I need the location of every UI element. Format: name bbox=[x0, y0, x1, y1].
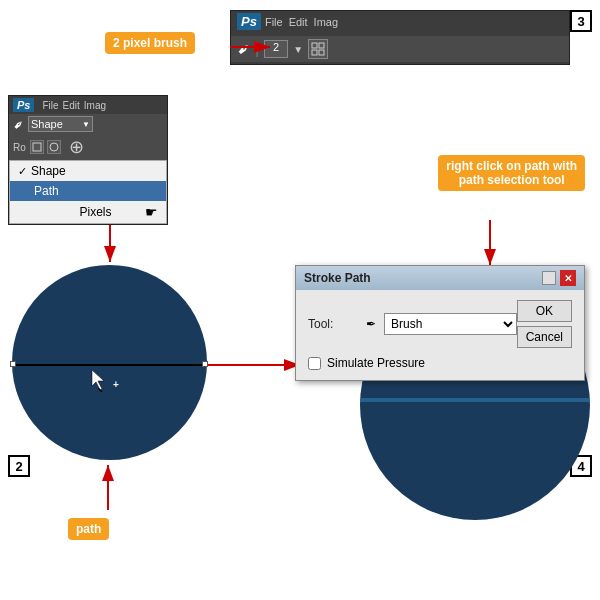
cursor-icon: ☛ bbox=[145, 204, 158, 220]
right-click-annotation: right click on path with path selection … bbox=[438, 155, 585, 191]
svg-rect-2 bbox=[312, 50, 317, 55]
ps-toolbar-titlebar: Ps File Edit Imag bbox=[231, 11, 569, 32]
path-handle-right bbox=[202, 361, 208, 367]
ps-mini-options-bar: ✒ Shape ▼ bbox=[9, 114, 167, 134]
ps-logo-top: Ps bbox=[237, 13, 261, 30]
stroke-path-dialog[interactable]: Stroke Path ✕ Tool: ✒ Brush OK Cancel Si… bbox=[295, 265, 585, 381]
plus-cursor-icon: ⊕ bbox=[69, 136, 84, 158]
svg-rect-3 bbox=[319, 50, 324, 55]
svg-rect-1 bbox=[319, 43, 324, 48]
shape-dropdown-menu: Shape Path Pixels ☛ bbox=[9, 160, 167, 224]
dialog-body: Tool: ✒ Brush OK Cancel Simulate Pressur… bbox=[296, 290, 584, 380]
mini-icon-1[interactable] bbox=[30, 140, 44, 154]
brush-size-input[interactable]: 2 bbox=[264, 40, 288, 58]
shape-dropdown[interactable]: Shape ▼ bbox=[28, 116, 93, 132]
step-3-badge: 3 bbox=[570, 10, 592, 32]
pen-tool-icon[interactable]: ✒ bbox=[9, 115, 27, 133]
cursor-plus: + bbox=[113, 379, 119, 390]
svg-point-13 bbox=[50, 143, 58, 151]
ps-file-menu[interactable]: File bbox=[265, 16, 283, 28]
menu-item-shape[interactable]: Shape bbox=[10, 161, 166, 181]
brush-tool-icon[interactable]: ✒ bbox=[232, 38, 255, 61]
step-4-label: 4 bbox=[577, 459, 584, 474]
dialog-tool-inner-row: Tool: ✒ Brush bbox=[308, 313, 517, 335]
menu-path-label: Path bbox=[34, 184, 59, 198]
stroke-line-right bbox=[360, 398, 590, 402]
separator-1: | bbox=[255, 40, 259, 58]
path-annotation-label: path bbox=[68, 518, 109, 540]
brush-annotation-label: 2 pixel brush bbox=[105, 32, 195, 54]
ps-mini-second-row: Ro ⊕ bbox=[9, 134, 167, 160]
path-handle-left bbox=[10, 361, 16, 367]
menu-pixels-label: Pixels bbox=[79, 205, 111, 219]
mini-edit-menu[interactable]: Edit bbox=[63, 100, 80, 111]
dialog-controls: ✕ bbox=[542, 270, 576, 286]
brush-icon-small: ✒ bbox=[366, 317, 376, 331]
cursor-on-left-circle: + bbox=[88, 368, 119, 397]
dialog-close-button[interactable]: ✕ bbox=[560, 270, 576, 286]
menu-item-path[interactable]: Path bbox=[10, 181, 166, 201]
dialog-title-text: Stroke Path bbox=[304, 271, 371, 285]
dialog-restore-btn[interactable] bbox=[542, 271, 556, 285]
size-dropdown-arrow[interactable]: ▼ bbox=[293, 44, 303, 55]
simulate-pressure-label: Simulate Pressure bbox=[327, 356, 425, 370]
left-circle bbox=[12, 265, 207, 460]
dialog-action-buttons: OK Cancel bbox=[517, 300, 572, 348]
step-2-label: 2 bbox=[15, 459, 22, 474]
right-click-text: right click on path with path selection … bbox=[446, 159, 577, 187]
ps-image-menu[interactable]: Imag bbox=[314, 16, 338, 28]
shape-arrow-icon: ▼ bbox=[82, 120, 90, 129]
menu-item-pixels[interactable]: Pixels ☛ bbox=[10, 201, 166, 223]
ps-toolbar-top: Ps File Edit Imag ✒ | 2 ▼ bbox=[230, 10, 570, 65]
step-3-label: 3 bbox=[577, 14, 584, 29]
dialog-titlebar: Stroke Path ✕ bbox=[296, 266, 584, 290]
dialog-simulate-row: Simulate Pressure bbox=[308, 356, 572, 370]
dialog-tool-label: Tool: bbox=[308, 317, 358, 331]
simulate-pressure-checkbox[interactable] bbox=[308, 357, 321, 370]
dialog-cancel-button[interactable]: Cancel bbox=[517, 326, 572, 348]
dialog-ok-button[interactable]: OK bbox=[517, 300, 572, 322]
mini-image-menu[interactable]: Imag bbox=[84, 100, 106, 111]
svg-rect-12 bbox=[33, 143, 41, 151]
ro-text: Ro bbox=[13, 142, 26, 153]
brush-annotation-text: 2 pixel brush bbox=[113, 36, 187, 50]
svg-rect-0 bbox=[312, 43, 317, 48]
ps-logo-mini: Ps bbox=[13, 98, 34, 112]
step-2-badge: 2 bbox=[8, 455, 30, 477]
ps-edit-menu[interactable]: Edit bbox=[289, 16, 308, 28]
ps-mini-window: Ps File Edit Imag ✒ Shape ▼ Ro ⊕ Shape bbox=[8, 95, 168, 225]
path-line-left bbox=[12, 364, 207, 366]
menu-shape-label: Shape bbox=[31, 164, 66, 178]
mini-icon-2[interactable] bbox=[47, 140, 61, 154]
ps-toolbar-options: ✒ | 2 ▼ bbox=[231, 36, 569, 62]
grid-svg bbox=[311, 42, 325, 56]
dialog-tool-row: Tool: ✒ Brush OK Cancel bbox=[308, 300, 572, 348]
ps-mini-titlebar: Ps File Edit Imag bbox=[9, 96, 167, 114]
dialog-tool-select[interactable]: Brush bbox=[384, 313, 517, 335]
path-annotation-text: path bbox=[76, 522, 101, 536]
mini-file-menu[interactable]: File bbox=[42, 100, 58, 111]
shape-label: Shape bbox=[31, 118, 63, 130]
mini-icons-row bbox=[30, 140, 61, 154]
grid-icon[interactable] bbox=[308, 39, 328, 59]
